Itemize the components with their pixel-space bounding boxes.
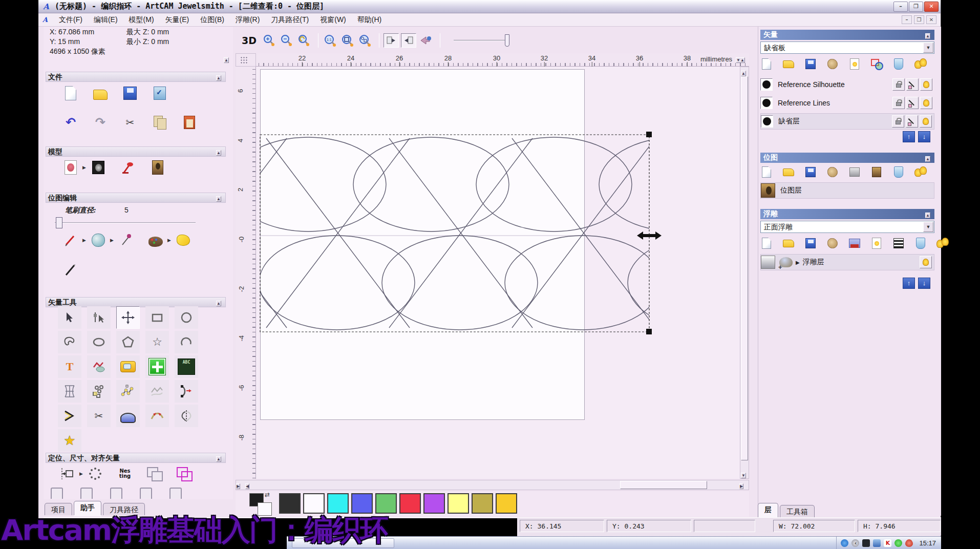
tray-network-icon[interactable] [841, 539, 848, 547]
trim-vectors-tool[interactable]: ✂ [87, 405, 111, 427]
draw-button[interactable] [62, 261, 79, 279]
new-relief-layer-button[interactable] [760, 237, 773, 249]
cut-button[interactable]: ✂ [121, 114, 139, 131]
zoom-1to1-button[interactable]: 1:1 [323, 33, 338, 48]
zoom-slider[interactable] [454, 34, 513, 47]
create-text-tool[interactable]: T [58, 355, 81, 378]
new-bitmap-layer-button[interactable] [760, 166, 773, 178]
chevron-down-icon[interactable]: ▼ [923, 222, 933, 232]
flyout-arrow-icon[interactable]: ▶ [82, 165, 87, 170]
save-relief-layer-button[interactable] [804, 237, 817, 249]
merge-relief-layers-button[interactable] [826, 237, 839, 249]
save-bitmap-layer-button[interactable] [804, 166, 817, 178]
tray-green-icon[interactable] [894, 539, 902, 547]
toggle-all-visibility-button[interactable] [914, 58, 927, 70]
bitmap-to-vector-button[interactable] [870, 166, 883, 178]
vector-section-header[interactable]: 矢量 ▲ [760, 30, 934, 40]
snap-eyedropper-icon[interactable] [906, 115, 918, 128]
collapse-button[interactable]: ▲ [216, 298, 224, 306]
create-polygon-tool[interactable] [116, 331, 140, 353]
colour-swatch[interactable] [423, 493, 445, 514]
open-model-button[interactable] [92, 85, 109, 102]
close-button[interactable]: ✕ [924, 2, 939, 12]
collapse-button[interactable]: ▲ [925, 210, 933, 218]
selection-handle-bottom-right[interactable] [646, 329, 652, 334]
colour-swatch[interactable] [496, 493, 517, 514]
paste-from-file-tool[interactable]: ABC [175, 355, 198, 378]
zoom-in-button[interactable] [262, 33, 277, 48]
slider-thumb[interactable] [505, 34, 509, 47]
open-bitmap-layer-button[interactable] [782, 166, 795, 178]
flyout-arrow-icon[interactable]: ▶ [82, 238, 87, 243]
colour-swatch[interactable] [327, 493, 349, 514]
page-prev-button[interactable]: ◀ [245, 480, 254, 490]
horizontal-scroll-thumb[interactable] [620, 481, 707, 489]
snap-previous-toggle[interactable] [384, 33, 399, 48]
move-layer-down-button[interactable]: ↓ [918, 278, 930, 289]
colour-palette-button[interactable] [147, 231, 164, 249]
flood-fill-button[interactable] [175, 231, 192, 249]
nesting-button[interactable]: Nes ting [116, 465, 134, 482]
visibility-bulb-icon[interactable] [920, 115, 932, 128]
collapse-button[interactable]: ▲ [216, 73, 224, 81]
invert-model-button[interactable] [90, 159, 107, 176]
open-vector-layer-button[interactable] [782, 58, 795, 70]
collapse-button[interactable]: ▲ [925, 154, 933, 162]
scroll-right-button[interactable]: ▶ [739, 480, 749, 490]
weave-vectors[interactable] [256, 137, 740, 330]
colour-swatch[interactable] [472, 493, 493, 514]
vertical-scrollbar[interactable]: ▲ ▼ [740, 67, 749, 479]
menu-item[interactable]: 刀具路径(T) [265, 13, 314, 27]
tray-keyboard-icon[interactable] [862, 539, 870, 547]
menu-item[interactable]: 位图(B) [195, 13, 230, 27]
align-vectors-button[interactable] [59, 465, 76, 482]
colour-swatch[interactable] [375, 493, 397, 514]
light-model-button[interactable] [119, 159, 137, 176]
tray-monitor-icon[interactable] [873, 539, 881, 547]
bitmap-layer-row[interactable]: 位图层 [760, 182, 934, 199]
brush-diameter-slider[interactable] [55, 222, 196, 223]
transform-vectors-tool[interactable] [116, 306, 140, 329]
panel-scroll-up-button[interactable]: ▲ [224, 54, 232, 62]
merge-vector-layers-button[interactable] [826, 58, 839, 70]
chevron-down-icon[interactable]: ▼ [923, 43, 933, 53]
visibility-bulb-icon[interactable] [920, 256, 932, 268]
join-vectors-tool[interactable] [58, 405, 81, 427]
scroll-down-button[interactable]: ▼ [741, 470, 748, 478]
layer-colour-chip[interactable] [761, 115, 773, 128]
import-model-button[interactable] [151, 85, 168, 102]
child-close-button[interactable]: ✕ [926, 15, 936, 24]
colour-swatch[interactable] [303, 493, 325, 514]
relief-section-header[interactable]: 浮雕 ▲ [760, 209, 934, 219]
new-vector-layer-button[interactable] [760, 58, 773, 70]
collapse-button[interactable]: ▲ [925, 31, 933, 39]
visibility-bulb-icon[interactable] [920, 97, 932, 109]
envelope-distort-tool[interactable] [58, 380, 81, 403]
create-circle-tool[interactable] [175, 306, 198, 329]
vector-layer-row[interactable]: 缺省层 [760, 113, 934, 130]
colour-swatch[interactable] [399, 493, 421, 514]
group-vectors-button[interactable] [146, 465, 163, 482]
restore-button[interactable]: ❐ [909, 2, 923, 12]
save-model-button[interactable] [121, 85, 139, 102]
snap-eyedropper-icon[interactable] [906, 97, 919, 109]
right-panel-tab[interactable]: 层 [758, 503, 778, 517]
child-restore-button[interactable]: ❐ [914, 15, 924, 24]
zoom-fit-page-button[interactable] [340, 33, 355, 48]
fit-curve-tool[interactable] [145, 380, 169, 403]
fit-polyline-tool[interactable] [116, 380, 140, 403]
vertical-scroll-thumb[interactable] [741, 76, 748, 460]
paint-selective-button[interactable] [90, 231, 107, 249]
block-copy-rotate-tool[interactable] [145, 355, 169, 378]
new-model-button[interactable] [62, 85, 79, 102]
lock-icon[interactable] [892, 78, 905, 91]
create-rectangle-tool[interactable] [145, 306, 169, 329]
vector-layer-row[interactable]: Reference Silhouette [760, 76, 934, 93]
collapse-button[interactable]: ▲ [216, 147, 224, 156]
move-layer-up-button[interactable]: ↑ [903, 278, 915, 289]
ruler-unit-dropdown[interactable]: ▼▲ [736, 54, 748, 65]
combine-vectors-button[interactable] [176, 465, 193, 482]
node-editing-tool[interactable] [87, 306, 111, 329]
convert-shapes-button[interactable] [870, 58, 883, 70]
menu-item[interactable]: 矢量(E) [160, 13, 195, 27]
